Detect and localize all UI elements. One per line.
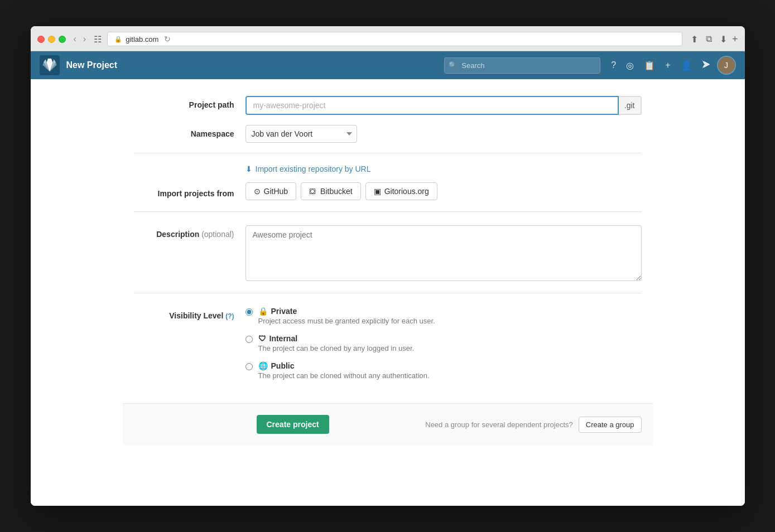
visibility-desc-public: The project can be cloned without any au… (258, 371, 430, 380)
avatar-image: J (718, 57, 735, 74)
page-container: Project path .git Namespace Job van der … (123, 79, 653, 445)
reload-button[interactable]: ↻ (164, 35, 171, 43)
gitorious-icon: ▣ (374, 187, 381, 196)
new-icon-button[interactable]: + (661, 57, 674, 74)
maximize-button[interactable] (59, 36, 66, 43)
visibility-label: Visibility Level (?) (134, 307, 246, 320)
description-row: Description (optional) (134, 225, 642, 283)
visibility-title-internal: 🛡 Internal (258, 334, 415, 343)
visibility-row: Visibility Level (?) 🔒 Private (134, 307, 642, 380)
project-path-label: Project path (134, 96, 246, 109)
visibility-label-private: Private (271, 307, 297, 316)
visibility-help-link[interactable]: (?) (225, 312, 234, 320)
import-github-button[interactable]: ⊙ GitHub (246, 182, 297, 200)
namespace-label: Namespace (134, 125, 246, 138)
import-gitorious-label: Gitorious.org (384, 187, 429, 196)
visibility-info-internal: 🛡 Internal The project can be cloned by … (258, 334, 415, 352)
git-suffix: .git (619, 96, 642, 115)
visibility-info-public: 🌐 Public The project can be cloned witho… (258, 361, 430, 380)
main-content: Project path .git Namespace Job van der … (31, 79, 745, 506)
search-wrapper: 🔍 (444, 57, 600, 74)
project-path-row: Project path .git (134, 96, 642, 115)
nav-buttons: ‹ › (71, 33, 89, 45)
close-button[interactable] (37, 36, 45, 43)
activity-icon-button[interactable]: ◎ (622, 57, 638, 74)
gitlab-logo (40, 55, 60, 75)
avatar[interactable]: J (717, 56, 736, 75)
import-bitbucket-button[interactable]: ⛋ Bitbucket (301, 182, 361, 200)
add-tab-button[interactable]: + (732, 33, 738, 46)
sidebar-toggle-button[interactable]: ☷ (94, 34, 102, 45)
import-bitbucket-label: Bitbucket (320, 187, 353, 196)
navbar-icons: ? ◎ 📋 + 👤 ⮞ J (607, 56, 735, 75)
navbar: New Project 🔍 ? ◎ 📋 + 👤 ⮞ J (31, 51, 745, 79)
search-input[interactable] (444, 57, 600, 74)
bitbucket-icon: ⛋ (309, 187, 317, 196)
import-github-label: GitHub (264, 187, 288, 196)
issues-icon-button[interactable]: 📋 (640, 57, 659, 74)
download-icon: ⬇ (246, 165, 252, 173)
project-path-input-group: .git (246, 96, 642, 115)
description-label: Description (optional) (134, 225, 246, 239)
namespace-row: Namespace Job van der Voort (134, 125, 642, 143)
minimize-button[interactable] (48, 36, 55, 43)
import-section: ⬇ Import existing repository by URL Impo… (134, 153, 642, 212)
traffic-lights (37, 36, 66, 43)
lock-icon-private: 🔒 (258, 307, 268, 316)
app: New Project 🔍 ? ◎ 📋 + 👤 ⮞ J (31, 51, 745, 506)
help-icon-button[interactable]: ? (607, 57, 620, 74)
create-project-button[interactable]: Create project (257, 415, 329, 434)
import-gitorious-button[interactable]: ▣ Gitorious.org (365, 182, 437, 200)
shield-icon-internal: 🛡 (258, 334, 266, 343)
visibility-option-private: 🔒 Private Project access must be granted… (246, 307, 435, 325)
visibility-section: Visibility Level (?) 🔒 Private (134, 293, 642, 403)
namespace-select[interactable]: Job van der Voort (246, 125, 357, 143)
visibility-option-internal: 🛡 Internal The project can be cloned by … (246, 334, 435, 352)
group-suggestion: Need a group for several dependent proje… (425, 417, 641, 433)
import-buttons: ⊙ GitHub ⛋ Bitbucket ▣ Gitorious.org (246, 182, 437, 200)
forward-button[interactable]: › (81, 33, 88, 45)
share-button[interactable]: ⬆ (688, 33, 701, 46)
visibility-radio-public[interactable] (246, 363, 253, 370)
visibility-options: 🔒 Private Project access must be granted… (246, 307, 435, 380)
project-path-input[interactable] (246, 96, 619, 115)
description-optional: (optional) (201, 230, 234, 239)
address-bar[interactable]: 🔒 gitlab.com ↻ (107, 32, 682, 46)
profile-icon-button[interactable]: 👤 (677, 57, 696, 74)
group-suggestion-text: Need a group for several dependent proje… (425, 420, 573, 429)
browser-window: ‹ › ☷ 🔒 gitlab.com ↻ ⬆ ⧉ ⬇ + (31, 26, 745, 506)
back-button[interactable]: ‹ (71, 33, 79, 45)
new-tab-button[interactable]: ⧉ (703, 33, 715, 46)
download-button[interactable]: ⬇ (717, 33, 730, 46)
logout-icon-button[interactable]: ⮞ (698, 57, 715, 74)
page-title: New Project (66, 60, 118, 70)
visibility-info-private: 🔒 Private Project access must be granted… (258, 307, 435, 325)
import-label: Import projects from (134, 185, 246, 198)
import-row: Import projects from ⊙ GitHub ⛋ Bitbucke… (134, 182, 642, 200)
description-textarea[interactable] (246, 225, 642, 281)
browser-chrome: ‹ › ☷ 🔒 gitlab.com ↻ ⬆ ⧉ ⬇ + (31, 26, 745, 51)
import-url-link[interactable]: ⬇ Import existing repository by URL (246, 165, 371, 173)
visibility-desc-internal: The project can be cloned by any logged … (258, 344, 415, 352)
url-text: gitlab.com (126, 35, 158, 43)
visibility-title-public: 🌐 Public (258, 361, 430, 370)
namespace-field: Job van der Voort (246, 125, 642, 143)
visibility-radio-internal[interactable] (246, 336, 253, 343)
visibility-radio-private[interactable] (246, 308, 253, 316)
visibility-option-public: 🌐 Public The project can be cloned witho… (246, 361, 435, 380)
visibility-label-internal: Internal (269, 334, 298, 343)
import-url-text: Import existing repository by URL (256, 165, 371, 173)
github-icon: ⊙ (254, 187, 261, 196)
browser-actions: ⬆ ⧉ ⬇ + (688, 33, 738, 46)
visibility-title-private: 🔒 Private (258, 307, 435, 316)
create-group-button[interactable]: Create a group (579, 417, 642, 433)
description-field (246, 225, 642, 283)
form-footer: Create project Need a group for several … (123, 403, 653, 445)
visibility-desc-private: Project access must be granted explicitl… (258, 317, 435, 325)
project-path-field: .git (246, 96, 642, 115)
visibility-label-public: Public (271, 361, 295, 370)
lock-icon: 🔒 (114, 36, 122, 43)
globe-icon-public: 🌐 (258, 361, 268, 370)
